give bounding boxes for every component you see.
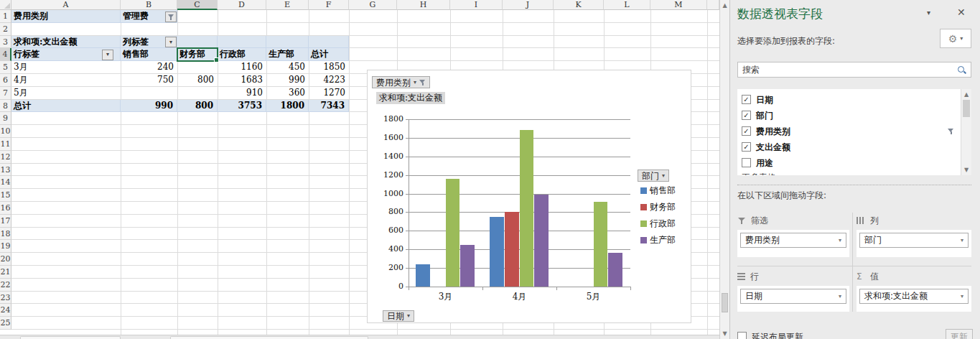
tools-button[interactable]: ⚙ ▾	[940, 29, 971, 48]
column-header-H[interactable]: H	[397, 0, 450, 10]
pivot-value-cell[interactable]: 1160	[218, 61, 266, 74]
field-list-scrollbar[interactable]: ▲▼	[961, 89, 971, 175]
pivot-page-field[interactable]: 费用类别	[11, 10, 121, 23]
chart-filter-field-button[interactable]: 费用类别 ▾	[372, 76, 430, 88]
pivot-row-label[interactable]: 3月	[11, 61, 121, 74]
page-filter-button[interactable]	[165, 11, 177, 22]
row-header-16[interactable]: 16	[0, 202, 11, 215]
pivot-value-cell[interactable]: 1270	[309, 87, 349, 100]
vertical-scrollbar[interactable]: ▲ ▼	[719, 0, 729, 339]
zone-值[interactable]: 求和项:支出金额▾	[857, 286, 971, 312]
field-chip-部门[interactable]: 部门▾	[859, 233, 969, 248]
row-header-5[interactable]: 5	[0, 61, 11, 74]
field-list-scroll-thumb[interactable]	[963, 100, 970, 117]
pivot-column-header[interactable]: 生产部	[266, 48, 309, 61]
column-header-E[interactable]: E	[266, 0, 309, 10]
row-header-8[interactable]: 8	[0, 100, 11, 113]
row-header-23[interactable]: 23	[0, 292, 11, 305]
row-header-7[interactable]: 7	[0, 87, 11, 100]
column-header-I[interactable]: I	[450, 0, 503, 10]
column-header-F[interactable]: F	[309, 0, 349, 10]
pivot-value-cell[interactable]: 1683	[218, 74, 266, 87]
row-header-19[interactable]: 19	[0, 240, 11, 253]
field-chip-日期[interactable]: 日期▾	[740, 289, 846, 304]
pivot-value-cell[interactable]: 360	[266, 87, 309, 100]
pivot-grand-total-label[interactable]: 总计	[11, 100, 121, 113]
pivot-value-cell[interactable]: 990	[266, 74, 309, 87]
row-header-12[interactable]: 12	[0, 151, 11, 164]
search-input[interactable]	[738, 62, 958, 77]
row-header-3[interactable]: 3	[0, 36, 11, 49]
pivot-header-fill[interactable]	[218, 36, 266, 49]
checkbox-checked[interactable]: ✓	[742, 111, 751, 120]
pivot-column-header[interactable]: 行政部	[218, 48, 266, 61]
pivot-grand-total-value[interactable]: 1800	[266, 100, 309, 113]
column-header-C[interactable]: C	[177, 0, 218, 10]
row-header-13[interactable]: 13	[0, 164, 11, 177]
pivot-column-header[interactable]: 财务部	[177, 48, 218, 61]
row-header-6[interactable]: 6	[0, 74, 11, 87]
pivot-header-fill[interactable]	[177, 36, 218, 49]
field-item-部门[interactable]: ✓部门	[737, 108, 971, 124]
column-header-B[interactable]: B	[121, 0, 177, 10]
pivot-grand-total-value[interactable]: 990	[121, 100, 177, 113]
column-header-G[interactable]: G	[349, 0, 397, 10]
row-header-4[interactable]: 4	[0, 48, 11, 61]
pivot-grand-total-value[interactable]: 800	[177, 100, 218, 113]
row-header-21[interactable]: 21	[0, 266, 11, 279]
pivot-row-label[interactable]: 4月	[11, 74, 121, 87]
checkbox-unchecked[interactable]	[742, 158, 751, 167]
pivot-value-cell[interactable]: 750	[121, 74, 177, 87]
column-header-D[interactable]: D	[218, 0, 266, 10]
field-item-日期[interactable]: ✓日期	[737, 92, 971, 108]
pivot-value-cell[interactable]: 1850	[309, 61, 349, 74]
column-labels-dropdown[interactable]: ▾	[165, 37, 177, 47]
legend-field-button[interactable]: 部门 ▾	[638, 170, 669, 182]
column-header-A[interactable]: A	[11, 0, 121, 10]
pivot-row-label[interactable]: 5月	[11, 87, 121, 100]
sheet-tab-edge[interactable]	[20, 336, 121, 339]
row-header-11[interactable]: 11	[0, 138, 11, 151]
scroll-up-icon[interactable]: ▲	[961, 90, 971, 99]
pivot-header-fill[interactable]	[309, 36, 349, 49]
column-header-K[interactable]: K	[554, 0, 604, 10]
row-header-17[interactable]: 17	[0, 215, 11, 228]
defer-layout-checkbox[interactable]	[737, 332, 747, 339]
row-header-2[interactable]: 2	[0, 23, 11, 36]
pane-options-icon[interactable]: ▾	[927, 9, 930, 17]
zone-列[interactable]: 部门▾	[857, 230, 971, 257]
row-header-24[interactable]: 24	[0, 304, 11, 317]
column-header-M[interactable]: M	[650, 0, 707, 10]
field-chip-费用类别[interactable]: 费用类别▾	[740, 233, 846, 248]
row-header-25[interactable]: 25	[0, 317, 11, 330]
pivot-grand-total-value[interactable]: 3753	[218, 100, 266, 113]
pivot-value-cell[interactable]: 450	[266, 61, 309, 74]
pivot-value-cell[interactable]: 800	[177, 74, 218, 87]
row-labels-dropdown[interactable]: ▾	[102, 50, 113, 60]
row-header-15[interactable]: 15	[0, 189, 11, 202]
chart-axis-field-button[interactable]: 日期 ▾	[383, 310, 414, 322]
pivot-value-cell[interactable]: 4223	[309, 74, 349, 87]
checkbox-checked[interactable]: ✓	[742, 126, 751, 136]
field-item-用途[interactable]: 用途	[737, 155, 971, 171]
pivot-measure-label[interactable]: 求和项:支出金额	[11, 36, 121, 49]
field-item-支出金额[interactable]: ✓支出金额	[737, 139, 971, 155]
checkbox-checked[interactable]: ✓	[742, 142, 751, 152]
update-button[interactable]: 更新	[946, 329, 973, 339]
select-all-corner[interactable]	[0, 0, 11, 10]
horizontal-scrollbar-thumb[interactable]	[170, 336, 368, 339]
more-tables-link[interactable]: 更多表格	[737, 170, 971, 175]
scroll-down-icon[interactable]: ▼	[961, 166, 971, 175]
pivot-column-header[interactable]: 总计	[309, 48, 349, 61]
chart-value-field-button[interactable]: 求和项:支出金额	[376, 92, 445, 104]
column-header-J[interactable]: J	[503, 0, 554, 10]
scroll-up-icon[interactable]: ▲	[720, 1, 729, 10]
row-header-1[interactable]: 1	[0, 10, 11, 23]
row-header-10[interactable]: 10	[0, 125, 11, 138]
close-icon[interactable]: ✕	[957, 6, 966, 18]
row-header-9[interactable]: 9	[0, 112, 11, 125]
pivot-value-cell[interactable]: 910	[218, 87, 266, 100]
row-header-20[interactable]: 20	[0, 253, 11, 266]
column-header-L[interactable]: L	[604, 0, 650, 10]
pivot-header-fill[interactable]	[266, 36, 309, 49]
